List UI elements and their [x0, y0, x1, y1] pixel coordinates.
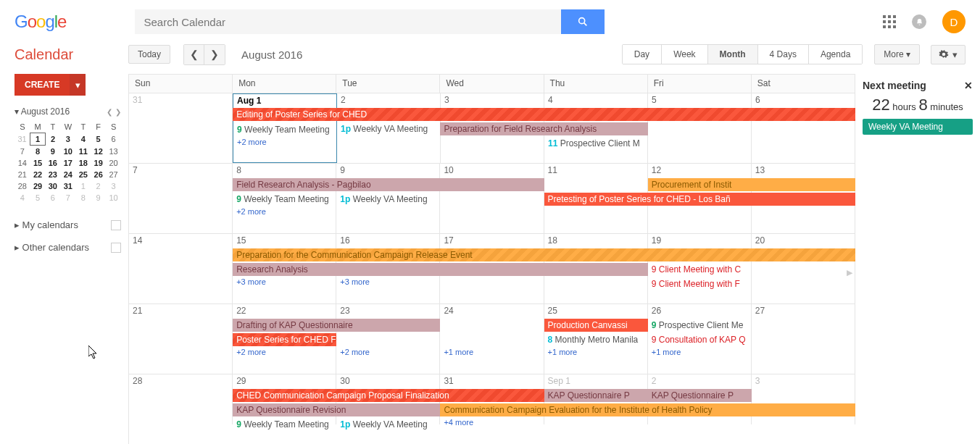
- day-cell[interactable]: 27: [752, 304, 855, 374]
- today-button[interactable]: Today: [128, 45, 170, 64]
- settings-button[interactable]: ▾: [931, 45, 966, 64]
- mini-day[interactable]: 27: [106, 169, 121, 180]
- calendar-event[interactable]: 9 Prospective Client Me: [648, 319, 751, 332]
- mini-day[interactable]: 31: [60, 180, 75, 192]
- mini-day[interactable]: 9: [45, 146, 60, 158]
- mini-day[interactable]: 22: [30, 169, 46, 180]
- calendar-event[interactable]: 9 Weekly Team Meeting: [233, 418, 336, 431]
- mini-day[interactable]: 2: [45, 133, 60, 146]
- view-month[interactable]: Month: [708, 45, 758, 64]
- day-cell[interactable]: 6: [752, 93, 855, 163]
- mini-day[interactable]: 18: [75, 157, 91, 169]
- calendar-event[interactable]: Production Canvassi: [544, 319, 648, 332]
- calendar-event[interactable]: Preparation for Field Research Analysis: [440, 122, 647, 135]
- more-link[interactable]: +4 more: [440, 418, 473, 427]
- prev-button[interactable]: ❮: [184, 45, 204, 64]
- mini-day[interactable]: 10: [60, 146, 75, 158]
- mini-day[interactable]: 10: [106, 192, 121, 204]
- view-day[interactable]: Day: [623, 45, 662, 64]
- more-link[interactable]: +1 more: [648, 348, 681, 356]
- more-link[interactable]: +3 more: [233, 277, 266, 286]
- mini-day[interactable]: 9: [91, 192, 106, 204]
- mini-day[interactable]: 30: [45, 180, 60, 192]
- mini-day[interactable]: 5: [91, 133, 106, 146]
- day-cell[interactable]: 24+1 more: [440, 304, 544, 374]
- calendar-event[interactable]: 8 Monthly Metro Manila: [544, 333, 647, 346]
- day-cell[interactable]: 14: [129, 234, 233, 303]
- mini-day[interactable]: 31: [14, 133, 30, 146]
- mini-day[interactable]: 29: [30, 180, 46, 192]
- mini-day[interactable]: 8: [75, 192, 91, 204]
- side-section[interactable]: ▸ My calendars: [14, 214, 121, 236]
- day-cell[interactable]: 258 Monthly Metro Manila+1 more: [544, 304, 648, 374]
- mini-day[interactable]: 2: [91, 180, 106, 192]
- calendar-event[interactable]: KAP Questionnaire P: [544, 389, 648, 402]
- mini-day[interactable]: 1: [75, 180, 91, 192]
- day-cell[interactable]: 89 Weekly Team Meeting+2 more: [233, 164, 336, 233]
- calendar-event[interactable]: 9 Weekly Team Meeting: [233, 123, 336, 136]
- more-link[interactable]: +1 more: [440, 348, 473, 356]
- more-link[interactable]: +3 more: [336, 277, 370, 286]
- day-cell[interactable]: 269 Prospective Client Me9 Consultation …: [648, 304, 752, 374]
- more-link[interactable]: +2 more: [336, 348, 370, 356]
- day-cell[interactable]: Aug 19 Weekly Team Meeting+2 more: [233, 93, 337, 163]
- more-link[interactable]: +2 more: [233, 207, 266, 216]
- day-cell[interactable]: 7: [129, 164, 233, 233]
- mini-day[interactable]: 16: [45, 157, 60, 169]
- mini-day[interactable]: 24: [60, 169, 75, 180]
- calendar-event[interactable]: KAP Questionnaire P: [648, 389, 752, 402]
- mini-day[interactable]: 26: [91, 169, 106, 180]
- mini-day[interactable]: 23: [45, 169, 60, 180]
- day-cell[interactable]: 20: [752, 234, 855, 303]
- calendar-event[interactable]: 9 Client Meeting with C: [648, 263, 751, 276]
- more-button[interactable]: More ▾: [874, 44, 920, 64]
- mini-day[interactable]: 19: [91, 157, 106, 169]
- mini-day[interactable]: 8: [30, 146, 46, 158]
- apps-icon[interactable]: [883, 15, 896, 28]
- search-button[interactable]: [561, 9, 605, 34]
- calendar-event[interactable]: CHED Communication Campaign Proposal Fin…: [233, 389, 544, 402]
- mini-day[interactable]: 13: [106, 146, 121, 158]
- mini-day[interactable]: 17: [60, 157, 75, 169]
- day-cell[interactable]: 10: [440, 164, 544, 233]
- day-cell[interactable]: 21p Weekly VA Meeting: [337, 93, 441, 163]
- day-cell[interactable]: 59 Ceremony for the Offi: [648, 93, 752, 163]
- more-link[interactable]: +2 more: [233, 138, 267, 146]
- calendar-event[interactable]: 1p Weekly VA Meeting: [336, 418, 439, 431]
- next-meeting-event[interactable]: Weekly VA Meeting: [863, 119, 973, 135]
- mini-day[interactable]: 14: [14, 157, 30, 169]
- create-button[interactable]: CREATE: [14, 74, 70, 96]
- calendar-event[interactable]: Procurement of Instit: [648, 178, 855, 191]
- mini-day[interactable]: 3: [106, 180, 121, 192]
- mini-day[interactable]: 20: [106, 157, 121, 169]
- mini-day[interactable]: 7: [60, 192, 75, 204]
- create-dropdown[interactable]: ▾: [70, 74, 86, 96]
- search-input[interactable]: [135, 9, 561, 34]
- mini-next-icon[interactable]: ❯: [115, 108, 121, 116]
- mini-day[interactable]: 7: [14, 146, 30, 158]
- more-link[interactable]: +2 more: [233, 348, 266, 356]
- dropdown-box-icon[interactable]: [111, 243, 121, 253]
- day-cell[interactable]: 21: [129, 304, 233, 374]
- view-week[interactable]: Week: [662, 45, 707, 64]
- calendar-event[interactable]: KAP Questionnaire Revision: [233, 403, 440, 416]
- mini-day[interactable]: 21: [14, 169, 30, 180]
- mini-day[interactable]: 6: [45, 192, 60, 204]
- mini-day[interactable]: 12: [91, 146, 106, 158]
- mini-day[interactable]: 15: [30, 157, 46, 169]
- day-cell[interactable]: 199 Client Meeting with C9 Client Meetin…: [648, 234, 752, 303]
- view-4days[interactable]: 4 Days: [758, 45, 809, 64]
- mini-day[interactable]: 4: [14, 192, 30, 204]
- calendar-event[interactable]: 1p Weekly VA Meeting: [337, 122, 440, 135]
- avatar[interactable]: D: [942, 10, 966, 33]
- mini-calendar[interactable]: SMTWTFS 31123456789101112131415161718192…: [14, 121, 121, 204]
- calendar-event[interactable]: Poster Series for CHED Finalization: [233, 333, 336, 346]
- google-logo[interactable]: Google: [14, 12, 66, 32]
- day-cell[interactable]: 23+2 more: [336, 304, 440, 374]
- mini-day[interactable]: 25: [75, 169, 91, 180]
- day-cell[interactable]: 91p Weekly VA Meeting: [336, 164, 440, 233]
- mini-day[interactable]: 3: [60, 133, 75, 146]
- dropdown-box-icon[interactable]: [111, 220, 121, 230]
- calendar-event[interactable]: 9 Client Meeting with F: [648, 277, 751, 290]
- mini-day[interactable]: 1: [30, 133, 46, 146]
